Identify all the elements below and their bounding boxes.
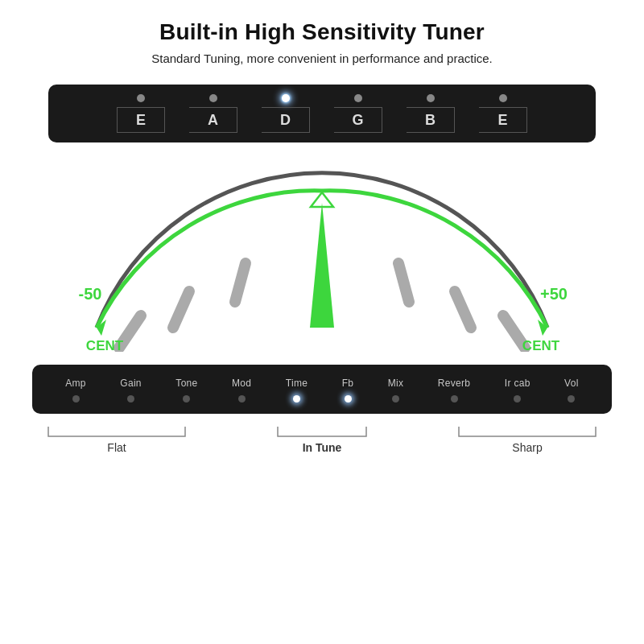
note-item-E-0: E [105, 94, 177, 133]
note-led-3 [354, 94, 362, 102]
note-box-1: A [189, 107, 237, 133]
note-item-G-3: G [322, 94, 394, 133]
knob-label-6: Mix [388, 378, 404, 389]
knob-led-9 [568, 395, 575, 402]
knob-led-4 [293, 395, 300, 402]
knob-item-time: Time [286, 378, 308, 402]
knob-item-amp: Amp [65, 378, 86, 402]
knob-item-mod: Mod [232, 378, 251, 402]
sharp-group: Sharp [451, 425, 604, 454]
note-led-4 [427, 94, 435, 102]
note-led-5 [499, 94, 507, 102]
flat-label: Flat [107, 441, 126, 454]
note-items: EADGBE [64, 94, 580, 133]
gauge-display: -50 +50 CENT CENT [48, 159, 596, 352]
note-box-2: D [262, 107, 310, 133]
knob-item-vol: Vol [564, 378, 579, 402]
knob-item-gain: Gain [120, 378, 142, 402]
control-bar: AmpGainToneModTimeFbMixReverbIr cabVol [32, 365, 612, 414]
svg-line-3 [173, 291, 189, 328]
svg-line-6 [455, 291, 471, 328]
svg-text:-50: -50 [79, 285, 102, 303]
knob-label-5: Fb [342, 378, 354, 389]
svg-text:CENT: CENT [522, 338, 560, 352]
note-item-A-1: A [177, 94, 250, 133]
note-item-E-5: E [467, 94, 539, 133]
control-knobs: AmpGainToneModTimeFbMixReverbIr cabVol [48, 378, 596, 402]
sharp-label: Sharp [512, 441, 542, 454]
note-item-B-4: B [394, 94, 467, 133]
page-title: Built-in High Sensitivity Tuner [159, 19, 485, 45]
knob-item-ir-cab: Ir cab [505, 378, 530, 402]
knob-item-mix: Mix [388, 378, 404, 402]
gauge-section: -50 +50 CENT CENT [48, 159, 596, 352]
knob-led-0 [72, 395, 80, 402]
note-box-0: E [117, 107, 165, 133]
knob-label-4: Time [286, 378, 308, 389]
knob-led-8 [514, 395, 521, 402]
note-bar: EADGBE [48, 85, 596, 142]
knob-led-3 [238, 395, 246, 402]
bottom-labels: Flat In Tune Sharp [32, 425, 612, 454]
note-box-5: E [479, 107, 527, 133]
knob-item-tone: Tone [175, 378, 197, 402]
knob-label-9: Vol [564, 378, 579, 389]
knob-label-1: Gain [120, 378, 142, 389]
knob-item-reverb: Reverb [438, 378, 470, 402]
in-tune-group: In Tune [270, 425, 374, 454]
in-tune-label: In Tune [303, 441, 342, 454]
svg-text:CENT: CENT [86, 338, 124, 352]
svg-line-4 [235, 263, 246, 302]
svg-marker-8 [310, 203, 334, 328]
note-led-1 [209, 94, 217, 102]
knob-led-5 [345, 395, 352, 402]
note-box-4: B [407, 107, 455, 133]
knob-led-1 [127, 395, 134, 402]
subtitle: Standard Tuning, more convenient in perf… [151, 52, 493, 65]
note-item-D-2: D [250, 94, 322, 133]
knob-label-2: Tone [175, 378, 197, 389]
svg-text:+50: +50 [540, 285, 568, 303]
note-led-0 [137, 94, 145, 102]
knob-label-0: Amp [65, 378, 86, 389]
knob-label-8: Ir cab [505, 378, 530, 389]
knob-led-2 [183, 395, 190, 402]
knob-label-3: Mod [232, 378, 251, 389]
knob-led-6 [392, 395, 399, 402]
svg-line-7 [398, 263, 409, 302]
knob-led-7 [451, 395, 458, 402]
note-box-3: G [334, 107, 382, 133]
knob-label-7: Reverb [438, 378, 470, 389]
knob-item-fb: Fb [342, 378, 354, 402]
flat-group: Flat [40, 425, 193, 454]
note-led-2 [282, 94, 290, 102]
